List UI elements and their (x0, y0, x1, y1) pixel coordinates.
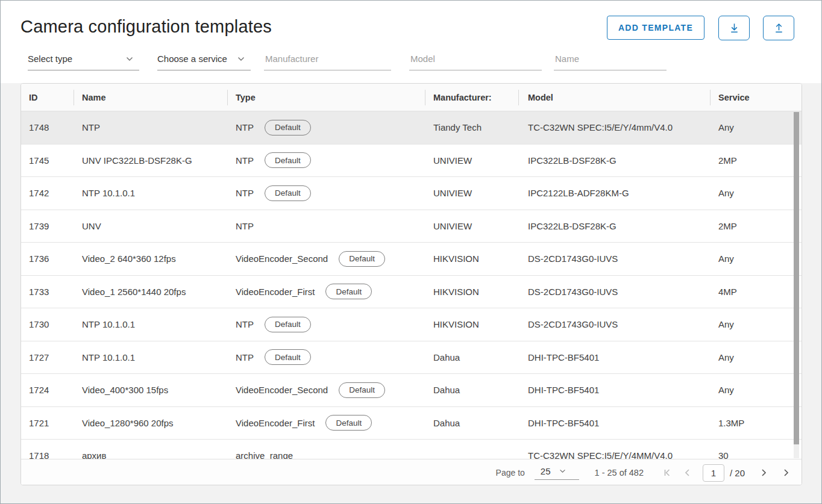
default-chip-label: Default (349, 385, 375, 394)
first-page-icon (662, 467, 673, 478)
cell-type: NTP (227, 221, 425, 231)
cell-model: DHI-TPC-BF5401 (518, 418, 710, 428)
cell-name: NTP 10.1.0.1 (74, 319, 227, 329)
cell-model: IPC322LB-DSF28K-G (518, 221, 710, 231)
default-chip: Default (325, 284, 372, 299)
add-template-label: ADD TEMPLATE (618, 23, 693, 33)
page-size-label: Page to (496, 468, 525, 478)
upload-icon (772, 21, 786, 35)
cell-name: UNV IPC322LB-DSF28K-G (74, 155, 227, 166)
cell-type: VideoEncoder_Second Default (227, 382, 425, 398)
cell-id: 1718 (21, 450, 74, 459)
scrollbar-thumb[interactable] (794, 112, 799, 444)
table-row[interactable]: 1721 Video_1280*960 20fps VideoEncoder_F… (21, 407, 802, 440)
table-row[interactable]: 1727 NTP 10.1.0.1 NTP Default Dahua DHI-… (21, 341, 802, 375)
page-size-value: 25 (541, 466, 551, 476)
default-chip: Default (265, 120, 311, 135)
table-row[interactable]: 1724 Video_400*300 15fps VideoEncoder_Se… (21, 374, 802, 407)
table-header-row: ID Name Type Manufacturer: Model Service (21, 84, 802, 111)
name-filter-input[interactable] (554, 52, 667, 70)
column-header-manufacturer[interactable]: Manufacturer: (425, 84, 518, 111)
page-size-select[interactable]: 25 (535, 466, 579, 480)
column-header-model[interactable]: Model (518, 84, 710, 111)
manufacturer-filter-input[interactable] (264, 52, 391, 70)
cell-id: 1739 (21, 221, 74, 231)
default-chip: Default (265, 152, 311, 168)
table-row[interactable]: 1718 архив archive_range TC-C32WN SPEC:I… (21, 440, 802, 459)
export-templates-button[interactable] (763, 16, 794, 40)
cell-type-label: archive_range (236, 450, 293, 459)
table-row[interactable]: 1745 UNV IPC322LB-DSF28K-G NTP Default U… (21, 145, 802, 178)
column-header-type[interactable]: Type (227, 84, 425, 111)
cell-type: archive_range (227, 450, 425, 459)
table-row[interactable]: 1736 Video_2 640*360 12fps VideoEncoder_… (21, 243, 802, 276)
cell-service: Any (710, 188, 802, 198)
default-chip-label: Default (275, 353, 301, 362)
cell-manufacturer: UNIVIEW (425, 221, 518, 231)
table-row[interactable]: 1742 NTP 10.1.0.1 NTP Default UNIVIEW IP… (21, 177, 802, 210)
cell-id: 1742 (21, 188, 74, 198)
filter-bar: Select type Choose a service (28, 52, 667, 70)
first-page-button[interactable] (660, 466, 674, 479)
service-filter-select[interactable]: Choose a service (157, 52, 251, 70)
table-row[interactable]: 1748 NTP NTP Default Tiandy Tech TC-C32W… (21, 111, 802, 145)
cell-model: TC-C32WN SPEC:I5/E/Y/4MM/V4.0 (518, 450, 710, 459)
cell-manufacturer: HIKVISION (425, 319, 518, 329)
cell-model: DS-2CD1743G0-IUVS (518, 287, 710, 297)
column-header-id[interactable]: ID (21, 84, 74, 111)
cell-manufacturer: UNIVIEW (425, 188, 518, 198)
table-row[interactable]: 1730 NTP 10.1.0.1 NTP Default HIKVISION … (21, 308, 802, 341)
column-header-service[interactable]: Service (710, 84, 802, 111)
cell-type-label: NTP (236, 352, 254, 362)
cell-type-label: NTP (236, 221, 254, 231)
cell-model: DHI-TPC-BF5401 (518, 352, 710, 362)
default-chip-label: Default (336, 287, 362, 296)
page-title: Camera configuration templates (20, 17, 272, 37)
cell-name: Video_400*300 15fps (74, 385, 227, 395)
cell-service: 30 (710, 450, 802, 459)
cell-name: Video_1 2560*1440 20fps (74, 287, 227, 297)
last-page-button[interactable] (780, 466, 793, 479)
model-filter-input[interactable] (409, 52, 542, 70)
table-row[interactable]: 1733 Video_1 2560*1440 20fps VideoEncode… (21, 276, 802, 309)
cell-type: NTP Default (227, 152, 425, 168)
cell-service: 2MP (710, 155, 802, 166)
total-pages-label: / 20 (730, 468, 745, 478)
page-header: Camera configuration templates ADD TEMPL… (1, 1, 821, 83)
last-page-icon (781, 467, 792, 478)
cell-service: 4MP (710, 287, 802, 297)
default-chip-label: Default (336, 418, 362, 428)
cell-manufacturer: HIKVISION (425, 287, 518, 297)
column-header-name[interactable]: Name (74, 84, 227, 111)
cell-id: 1748 (21, 122, 74, 132)
previous-page-button[interactable] (681, 466, 694, 479)
current-page-input[interactable] (703, 464, 724, 482)
type-filter-label: Select type (28, 54, 72, 64)
default-chip-label: Default (275, 320, 301, 329)
cell-manufacturer: Tiandy Tech (425, 122, 518, 132)
cell-name: Video_2 640*360 12fps (74, 254, 227, 264)
pagination-range-label: 1 - 25 of 482 (595, 468, 644, 478)
cell-type: NTP Default (227, 120, 425, 135)
cell-id: 1721 (21, 418, 74, 428)
default-chip-label: Default (349, 254, 375, 263)
cell-model: IPC322LB-DSF28K-G (518, 155, 710, 166)
cell-id: 1736 (21, 254, 74, 264)
cell-service: Any (710, 352, 802, 362)
cell-manufacturer: Dahua (425, 385, 518, 395)
pagination-bar: Page to 25 1 - 25 of 482 / 20 (21, 459, 802, 485)
cell-manufacturer: HIKVISION (425, 254, 518, 264)
cell-id: 1730 (21, 319, 74, 329)
import-templates-button[interactable] (718, 16, 750, 40)
type-filter-select[interactable]: Select type (28, 52, 139, 70)
cell-service: 1.3MP (710, 418, 802, 428)
templates-table-card: ID Name Type Manufacturer: Model Service… (20, 83, 802, 485)
add-template-button[interactable]: ADD TEMPLATE (607, 16, 704, 40)
cell-type: VideoEncoder_First Default (227, 284, 425, 299)
table-row[interactable]: 1739 UNV NTP UNIVIEW IPC322LB-DSF28K-G 2… (21, 210, 802, 243)
cell-type: VideoEncoder_First Default (227, 415, 425, 431)
next-page-button[interactable] (757, 466, 770, 479)
table-scrollbar[interactable] (794, 112, 799, 458)
cell-type-label: VideoEncoder_Second (236, 385, 328, 395)
cell-type-label: NTP (236, 122, 254, 132)
